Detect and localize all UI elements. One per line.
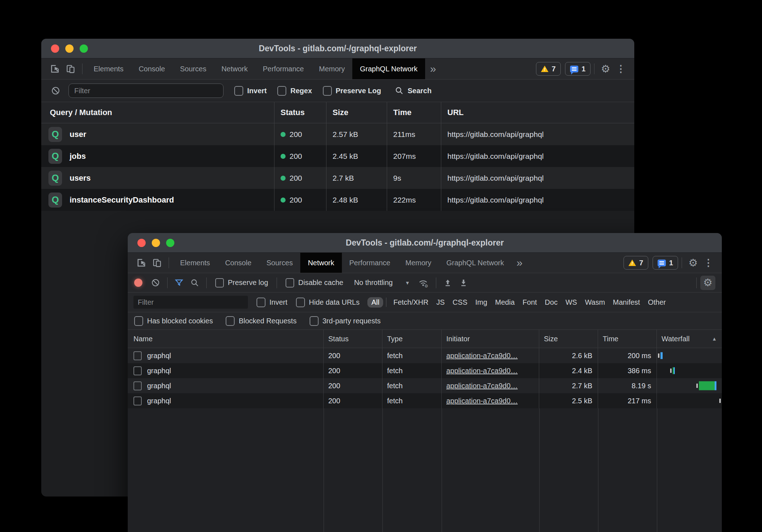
throttling-select[interactable]: No throttling ▼ bbox=[352, 278, 412, 287]
network-request-row[interactable]: graphql 200 fetch application-a7ca9d0… 2… bbox=[128, 393, 722, 408]
network-request-row[interactable]: graphql 200 fetch application-a7ca9d0… 2… bbox=[128, 348, 722, 363]
preserve-log-option[interactable]: Preserve Log bbox=[323, 86, 381, 96]
more-tabs-icon[interactable]: » bbox=[512, 257, 528, 268]
invert-option[interactable]: Invert bbox=[257, 298, 287, 307]
front-titlebar[interactable]: DevTools - gitlab.com/-/graphql-explorer bbox=[128, 233, 722, 253]
type-filter-css[interactable]: CSS bbox=[449, 297, 471, 308]
column-header-status[interactable]: Status bbox=[324, 330, 382, 348]
tab-console[interactable]: Console bbox=[217, 253, 259, 273]
type-filter-all[interactable]: All bbox=[367, 297, 383, 308]
graphql-request-row[interactable]: Q jobs 200 2.45 kB 207ms https://gitlab.… bbox=[41, 145, 634, 167]
tab-graphql-network[interactable]: GraphQL Network bbox=[352, 58, 425, 79]
more-tabs-icon[interactable]: » bbox=[425, 63, 441, 74]
invert-checkbox[interactable] bbox=[257, 298, 265, 307]
zoom-window-button[interactable] bbox=[166, 239, 174, 247]
row-checkbox[interactable] bbox=[133, 366, 142, 375]
tab-elements[interactable]: Elements bbox=[173, 253, 217, 273]
preserve-log-option[interactable]: Preserve log bbox=[215, 278, 268, 288]
preserve-log-checkbox[interactable] bbox=[215, 278, 224, 288]
row-checkbox[interactable] bbox=[133, 396, 142, 405]
graphql-request-row[interactable]: Q instanceSecurityDashboard 200 2.48 kB … bbox=[41, 189, 634, 211]
invert-option[interactable]: Invert bbox=[234, 86, 267, 96]
column-header-size[interactable]: Size bbox=[326, 102, 387, 123]
minimize-window-button[interactable] bbox=[65, 44, 74, 53]
network-conditions-icon[interactable]: ⚙ bbox=[414, 278, 432, 288]
device-toolbar-icon[interactable] bbox=[63, 64, 79, 74]
device-toolbar-icon[interactable] bbox=[149, 258, 165, 268]
settings-gear-icon[interactable]: ⚙ bbox=[598, 64, 613, 74]
column-header-initiator[interactable]: Initiator bbox=[442, 330, 539, 348]
tab-network[interactable]: Network bbox=[300, 253, 342, 273]
graphql-filter-input[interactable] bbox=[69, 84, 224, 98]
column-header-type[interactable]: Type bbox=[382, 330, 442, 348]
initiator-link[interactable]: application-a7ca9d0… bbox=[446, 397, 518, 405]
initiator-link[interactable]: application-a7ca9d0… bbox=[446, 367, 518, 375]
row-checkbox[interactable] bbox=[133, 381, 142, 390]
column-header-waterfall[interactable]: Waterfall ▲ bbox=[657, 330, 722, 348]
kebab-menu-icon[interactable]: ⋮ bbox=[701, 258, 716, 268]
third-party-requests-option[interactable]: 3rd-party requests bbox=[310, 316, 381, 326]
clear-icon[interactable] bbox=[147, 278, 164, 288]
search-button[interactable]: Search bbox=[392, 86, 434, 96]
type-filter-fetch-xhr[interactable]: Fetch/XHR bbox=[389, 297, 432, 308]
type-filter-other[interactable]: Other bbox=[644, 297, 670, 308]
tab-sources[interactable]: Sources bbox=[173, 58, 214, 79]
type-filter-manifest[interactable]: Manifest bbox=[609, 297, 644, 308]
network-request-row[interactable]: graphql 200 fetch application-a7ca9d0… 2… bbox=[128, 378, 722, 393]
network-request-row[interactable]: graphql 200 fetch application-a7ca9d0… 2… bbox=[128, 363, 722, 378]
disable-cache-checkbox[interactable] bbox=[286, 278, 294, 288]
close-window-button[interactable] bbox=[51, 44, 59, 53]
close-window-button[interactable] bbox=[137, 239, 146, 247]
warnings-badge[interactable]: ! 7 bbox=[624, 256, 648, 270]
column-header-time[interactable]: Time bbox=[598, 330, 657, 348]
column-header-size[interactable]: Size bbox=[539, 330, 598, 348]
record-button[interactable] bbox=[134, 279, 142, 287]
search-icon[interactable] bbox=[187, 278, 203, 288]
disable-cache-option[interactable]: Disable cache bbox=[286, 278, 343, 288]
type-filter-wasm[interactable]: Wasm bbox=[581, 297, 609, 308]
column-header-query-mutation[interactable]: Query / Mutation bbox=[41, 102, 274, 123]
column-header-name[interactable]: Name bbox=[128, 330, 324, 348]
tab-memory[interactable]: Memory bbox=[398, 253, 439, 273]
invert-checkbox[interactable] bbox=[234, 86, 243, 96]
tab-network[interactable]: Network bbox=[214, 58, 255, 79]
type-filter-img[interactable]: Img bbox=[471, 297, 491, 308]
type-filter-font[interactable]: Font bbox=[519, 297, 541, 308]
filter-funnel-icon[interactable] bbox=[171, 278, 187, 288]
kebab-menu-icon[interactable]: ⋮ bbox=[613, 64, 629, 74]
graphql-request-row[interactable]: Q user 200 2.57 kB 211ms https://gitlab.… bbox=[41, 123, 634, 145]
issues-badge[interactable]: 1 bbox=[653, 256, 678, 270]
network-filter-input[interactable] bbox=[133, 296, 248, 309]
blocked-requests-checkbox[interactable] bbox=[226, 316, 235, 326]
column-header-url[interactable]: URL bbox=[441, 102, 634, 123]
type-filter-js[interactable]: JS bbox=[432, 297, 448, 308]
inspect-element-icon[interactable] bbox=[47, 64, 63, 74]
tab-performance[interactable]: Performance bbox=[342, 253, 398, 273]
warnings-badge[interactable]: ! 7 bbox=[536, 62, 561, 76]
tab-graphql-network[interactable]: GraphQL Network bbox=[439, 253, 511, 273]
blocked-requests-option[interactable]: Blocked Requests bbox=[226, 316, 296, 326]
column-header-status[interactable]: Status bbox=[274, 102, 326, 123]
preserve-log-checkbox[interactable] bbox=[323, 86, 332, 96]
has-blocked-cookies-option[interactable]: Has blocked cookies bbox=[134, 316, 213, 326]
inspect-element-icon[interactable] bbox=[133, 258, 149, 268]
clear-icon[interactable] bbox=[48, 86, 64, 96]
row-checkbox[interactable] bbox=[133, 351, 142, 360]
regex-checkbox[interactable] bbox=[277, 86, 286, 96]
tab-memory[interactable]: Memory bbox=[311, 58, 352, 79]
type-filter-doc[interactable]: Doc bbox=[541, 297, 562, 308]
network-settings-gear-icon[interactable]: ⚙ bbox=[700, 276, 715, 290]
issues-badge[interactable]: 1 bbox=[565, 62, 591, 76]
regex-option[interactable]: Regex bbox=[277, 86, 312, 96]
initiator-link[interactable]: application-a7ca9d0… bbox=[446, 382, 518, 390]
hide-data-urls-option[interactable]: Hide data URLs bbox=[296, 298, 359, 307]
settings-gear-icon[interactable]: ⚙ bbox=[686, 258, 701, 268]
tab-elements[interactable]: Elements bbox=[86, 58, 131, 79]
third-party-requests-checkbox[interactable] bbox=[310, 316, 319, 326]
zoom-window-button[interactable] bbox=[80, 44, 88, 53]
export-har-icon[interactable] bbox=[456, 278, 471, 288]
column-header-time[interactable]: Time bbox=[387, 102, 441, 123]
tab-console[interactable]: Console bbox=[131, 58, 172, 79]
hide-data-urls-checkbox[interactable] bbox=[296, 298, 305, 307]
has-blocked-cookies-checkbox[interactable] bbox=[134, 316, 143, 326]
